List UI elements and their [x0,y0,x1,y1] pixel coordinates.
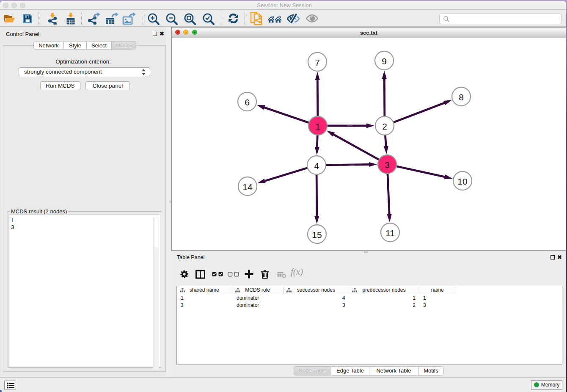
svg-text:14: 14 [242,182,253,192]
svg-text:6: 6 [245,97,250,107]
svg-text:10: 10 [457,177,467,186]
svg-text:8: 8 [459,92,464,102]
svg-text:4: 4 [314,161,319,171]
svg-text:15: 15 [312,230,322,240]
svg-text:11: 11 [385,228,395,238]
svg-text:1: 1 [315,121,320,131]
svg-text:3: 3 [385,160,390,170]
svg-text:9: 9 [382,56,387,66]
svg-text:7: 7 [315,58,320,67]
svg-text:2: 2 [382,121,387,131]
